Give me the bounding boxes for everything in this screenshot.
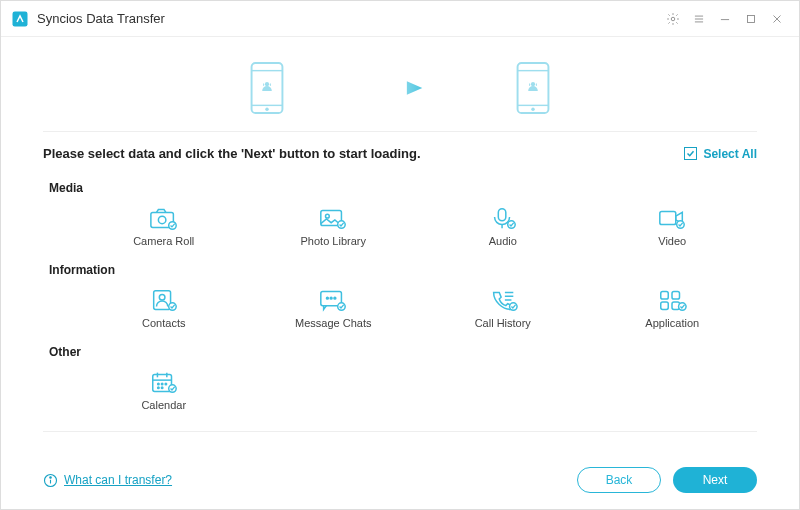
- minimize-icon: [718, 12, 732, 26]
- svg-rect-48: [661, 302, 669, 310]
- item-label: Photo Library: [301, 235, 366, 247]
- svg-point-38: [327, 297, 329, 299]
- svg-rect-32: [660, 211, 676, 224]
- category-title: Information: [43, 263, 757, 277]
- item-label: Video: [658, 235, 686, 247]
- settings-button[interactable]: [661, 7, 685, 31]
- svg-point-13: [265, 82, 269, 86]
- item-label: Camera Roll: [133, 235, 194, 247]
- svg-point-27: [326, 214, 330, 218]
- svg-point-12: [265, 107, 268, 110]
- item-audio[interactable]: Audio: [418, 203, 588, 249]
- item-label: Application: [645, 317, 699, 329]
- svg-rect-0: [13, 11, 28, 26]
- target-device-icon: [513, 61, 553, 115]
- item-application[interactable]: Application: [588, 285, 758, 331]
- svg-rect-29: [498, 209, 506, 221]
- call-history-icon: [488, 287, 518, 313]
- svg-rect-15: [270, 83, 271, 86]
- item-label: Call History: [475, 317, 531, 329]
- svg-rect-21: [529, 83, 530, 86]
- svg-point-20: [531, 82, 535, 86]
- camera-roll-icon: [149, 205, 179, 231]
- photo-library-icon: [318, 205, 348, 231]
- source-device-icon: [247, 61, 287, 115]
- footer: What can I transfer? Back Next: [43, 453, 757, 509]
- instruction-text: Please select data and click the 'Next' …: [43, 146, 684, 161]
- item-label: Calendar: [141, 399, 186, 411]
- svg-point-1: [671, 17, 675, 21]
- svg-point-24: [158, 216, 166, 224]
- svg-point-19: [531, 107, 534, 110]
- select-all-checkbox[interactable]: Select All: [684, 147, 757, 161]
- category-title: Media: [43, 181, 757, 195]
- next-button-label: Next: [703, 473, 728, 487]
- application-icon: [657, 287, 687, 313]
- device-row: [43, 37, 757, 132]
- gear-icon: [666, 12, 680, 26]
- item-call-history[interactable]: Call History: [418, 285, 588, 331]
- svg-point-63: [50, 476, 52, 478]
- contacts-icon: [149, 287, 179, 313]
- main-content: Please select data and click the 'Next' …: [1, 37, 799, 509]
- svg-rect-46: [661, 292, 669, 300]
- help-link[interactable]: What can I transfer?: [43, 473, 172, 488]
- close-button[interactable]: [765, 7, 789, 31]
- arrow-right-icon: [373, 76, 427, 100]
- svg-rect-47: [672, 292, 680, 300]
- next-button[interactable]: Next: [673, 467, 757, 493]
- svg-point-59: [161, 387, 163, 389]
- item-contacts[interactable]: Contacts: [79, 285, 249, 331]
- svg-rect-14: [263, 83, 264, 86]
- item-photo-library[interactable]: Photo Library: [249, 203, 419, 249]
- svg-point-39: [330, 297, 332, 299]
- app-logo-icon: [11, 10, 29, 28]
- maximize-icon: [744, 12, 758, 26]
- close-icon: [770, 12, 784, 26]
- info-icon: [43, 473, 58, 488]
- svg-rect-22: [536, 83, 537, 86]
- app-window: Syncios Data Transfer: [0, 0, 800, 510]
- select-all-label: Select All: [703, 147, 757, 161]
- menu-button[interactable]: [687, 7, 711, 31]
- item-camera-roll[interactable]: Camera Roll: [79, 203, 249, 249]
- checkbox-icon: [684, 147, 697, 160]
- video-icon: [657, 205, 687, 231]
- menu-icon: [692, 12, 706, 26]
- svg-point-58: [157, 387, 159, 389]
- help-link-label: What can I transfer?: [64, 473, 172, 487]
- item-message-chats[interactable]: Message Chats: [249, 285, 419, 331]
- instruction-row: Please select data and click the 'Next' …: [43, 132, 757, 167]
- maximize-button[interactable]: [739, 7, 763, 31]
- message-chats-icon: [318, 287, 348, 313]
- item-video[interactable]: Video: [588, 203, 758, 249]
- minimize-button[interactable]: [713, 7, 737, 31]
- svg-point-35: [159, 294, 165, 300]
- svg-point-55: [157, 383, 159, 385]
- item-label: Audio: [489, 235, 517, 247]
- category-information: Information Contacts: [43, 263, 757, 331]
- svg-point-40: [334, 297, 336, 299]
- item-calendar[interactable]: Calendar: [79, 367, 249, 413]
- audio-icon: [488, 205, 518, 231]
- back-button-label: Back: [606, 473, 633, 487]
- back-button[interactable]: Back: [577, 467, 661, 493]
- item-label: Message Chats: [295, 317, 371, 329]
- title-bar: Syncios Data Transfer: [1, 1, 799, 37]
- app-title: Syncios Data Transfer: [37, 11, 165, 26]
- svg-point-56: [161, 383, 163, 385]
- item-label: Contacts: [142, 317, 185, 329]
- svg-point-57: [165, 383, 167, 385]
- category-media: Media Camera Roll: [43, 181, 757, 249]
- calendar-icon: [149, 369, 179, 395]
- svg-rect-6: [748, 15, 755, 22]
- category-other: Other: [43, 345, 757, 432]
- category-title: Other: [43, 345, 757, 359]
